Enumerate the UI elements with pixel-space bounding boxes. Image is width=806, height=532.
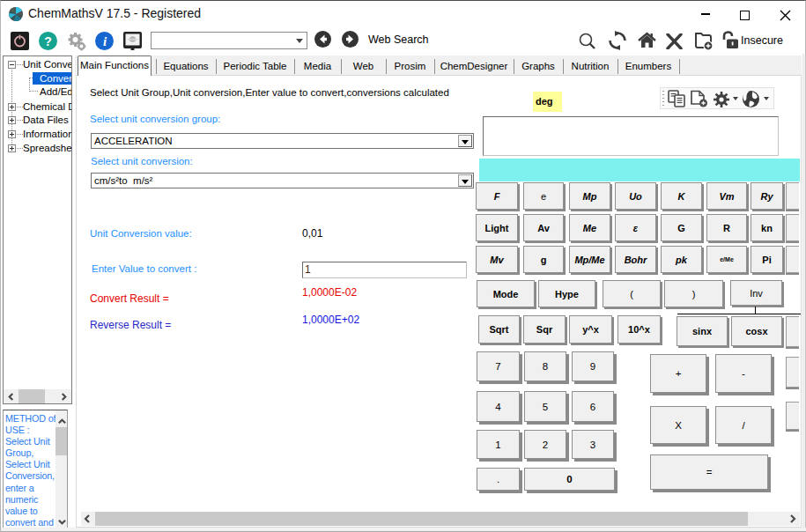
- svg-text:?: ?: [44, 34, 52, 48]
